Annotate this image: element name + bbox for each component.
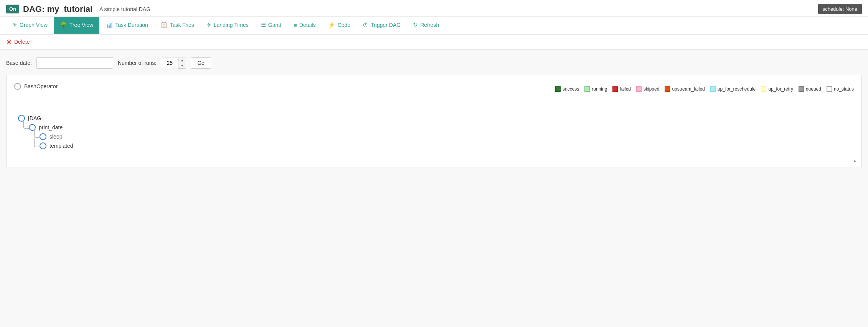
dag-prefix: DAG: [23,4,45,14]
legend-failed-label: failed [620,86,631,92]
tab-code-label: Code [338,22,350,28]
spinner-buttons: ▲ ▼ [178,58,186,69]
dag-title: DAG: my_tutorial [23,4,92,14]
tab-task-tries-label: Task Tries [170,22,194,28]
runs-input[interactable] [161,58,178,68]
legend-up-for-retry-label: up_for_retry [768,86,793,92]
tab-landing-times-label: Landing Times [214,22,249,28]
dag-name: my_tutorial [47,4,92,14]
legend-success: success [555,86,579,92]
tab-gantt-label: Gantt [268,22,281,28]
tab-tree-view-label: Tree View [69,22,93,28]
legend-upstream-failed-box [665,86,670,92]
landing-times-icon: ✈ [206,21,211,28]
sleep-label: sleep [50,134,62,140]
tree-indent-templated: templated [40,142,850,149]
connector-sleep [34,129,40,138]
operator-row: BashOperator [14,83,58,95]
details-icon: ≡ [294,22,297,28]
legend-no-status: no_status [827,86,854,92]
legend-up-for-reschedule-box [710,86,716,92]
connector-templated [34,139,40,147]
tree-node-dag: [DAG] [18,115,850,122]
controls-row: Base date: Number of runs: ▲ ▼ Go [6,57,862,69]
legend-upstream-failed-label: upstream_failed [672,86,705,92]
delete-label: Delete [14,39,30,45]
tree-indent-print-date: print_date sleep templated [29,124,850,149]
delete-link[interactable]: ⊗ Delete [6,38,30,46]
legend-skipped-label: skipped [644,86,659,92]
legend-up-for-retry: up_for_retry [761,86,793,92]
legend-running-box [584,86,590,92]
graph-view-icon: ✳ [12,21,17,28]
tab-code[interactable]: ⚡ Code [322,17,356,34]
tab-tree-view[interactable]: 🌳 Tree View [54,17,99,34]
legend-skipped-box [636,86,642,92]
legend-row: success running failed skipped upstream_… [555,86,854,92]
header-left: On DAG: my_tutorial A simple tutorial DA… [6,4,150,14]
delete-icon: ⊗ [6,38,12,46]
legend-no-status-box [827,86,832,92]
operator-circle [14,83,21,90]
on-badge[interactable]: On [6,5,19,13]
tab-landing-times[interactable]: ✈ Landing Times [200,17,255,34]
dag-description: A simple tutorial DAG [99,6,150,12]
sleep-circle [40,133,46,140]
gantt-icon: ☰ [261,21,266,28]
tab-details[interactable]: ≡ Details [287,17,322,34]
schedule-badge: schedule: None [818,4,862,14]
runs-wrapper: ▲ ▼ [161,58,186,69]
operator-label: BashOperator [24,83,58,89]
base-date-input[interactable] [36,57,113,69]
tree-indent-sleep: sleep [40,133,850,140]
tree-node-print-date: print_date [29,124,850,131]
legend-up-for-reschedule-label: up_for_reschedule [718,86,756,92]
legend-upstream-failed: upstream_failed [665,86,705,92]
refresh-icon: ↻ [413,21,418,28]
templated-label: templated [50,143,73,149]
connector-print-date [23,120,29,129]
content-area: Base date: Number of runs: ▲ ▼ Go BashOp… [0,50,868,175]
code-icon: ⚡ [328,21,335,28]
task-tries-icon: 📋 [160,21,168,28]
task-duration-icon: 📊 [106,21,113,28]
legend-no-status-label: no_status [834,86,854,92]
legend-queued-box [799,86,804,92]
tree-nodes: [DAG] print_date sleep [14,105,854,159]
go-button[interactable]: Go [191,57,211,69]
legend-queued: queued [799,86,821,92]
runs-decrement-btn[interactable]: ▼ [178,63,186,68]
tab-refresh[interactable]: ↻ Refresh [407,17,445,34]
tab-gantt[interactable]: ☰ Gantt [255,17,287,34]
trigger-dag-icon: ⏱ [363,22,368,28]
base-date-label: Base date: [6,60,32,66]
tree-view-icon: 🌳 [60,21,67,28]
tab-graph-view[interactable]: ✳ Graph View [6,17,54,34]
tree-node-templated: templated [40,142,850,149]
legend-queued-label: queued [806,86,821,92]
tab-task-duration[interactable]: 📊 Task Duration [99,17,154,34]
secondary-bar: ⊗ Delete [0,35,868,50]
templated-circle [40,142,46,149]
legend-success-box [555,86,561,92]
tab-trigger-dag[interactable]: ⏱ Trigger DAG [356,17,407,34]
tree-node-sleep: sleep [40,133,850,140]
dag-node-label: [DAG] [28,115,43,121]
tab-refresh-label: Refresh [420,22,439,28]
legend-failed-box [612,86,618,92]
tab-task-duration-label: Task Duration [115,22,148,28]
tree-area: BashOperator success running failed ski [6,75,862,167]
tab-task-tries[interactable]: 📋 Task Tries [154,17,200,34]
print-date-label: print_date [39,124,63,130]
nav-tabs: ✳ Graph View 🌳 Tree View 📊 Task Duration… [0,17,868,35]
legend-skipped: skipped [636,86,659,92]
legend-failed: failed [612,86,631,92]
legend-success-label: success [563,86,579,92]
legend-up-for-retry-box [761,86,766,92]
legend-running-label: running [592,86,607,92]
legend-up-for-reschedule: up_for_reschedule [710,86,756,92]
tab-details-label: Details [299,22,316,28]
zoom-corner[interactable]: ⌞ [853,156,856,163]
legend-running: running [584,86,607,92]
runs-increment-btn[interactable]: ▲ [178,58,186,63]
